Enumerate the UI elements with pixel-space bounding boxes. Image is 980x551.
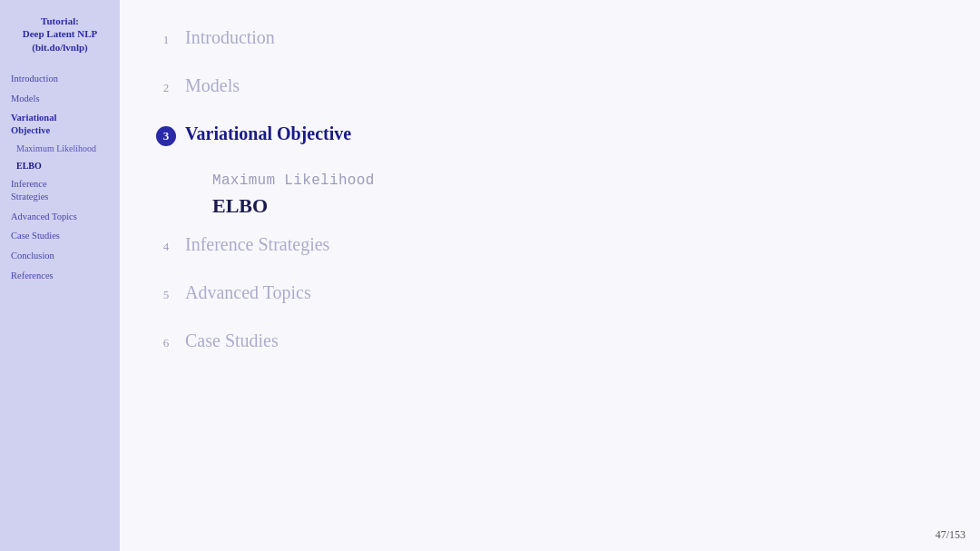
toc-number-4: 4 (156, 237, 176, 257)
sidebar-item-adv-topics[interactable]: Advanced Topics (7, 208, 113, 226)
sidebar-title: Tutorial: Deep Latent NLP (bit.do/lvnlp) (23, 15, 98, 54)
toc-entry-intro: 1 Introduction (156, 27, 944, 50)
toc-label-case-studies: Case Studies (185, 330, 279, 351)
main-content: 1 Introduction 2 Models 3 Variational Ob… (120, 0, 980, 551)
toc-sublabel-max-lik: Maximum Likelihood (212, 172, 375, 189)
toc-subsection-elbo: ELBO (212, 194, 944, 218)
sidebar-nav: Introduction Models VariationalObjective… (7, 70, 113, 284)
toc-label-var-obj: Variational Objective (185, 123, 351, 144)
sidebar-item-var-obj[interactable]: VariationalObjective (7, 109, 113, 139)
sidebar-subitem-elbo[interactable]: ELBO (7, 158, 113, 173)
toc-entry-var-obj: 3 Variational Objective (156, 123, 944, 146)
page-number: 47/153 (936, 528, 965, 542)
toc-number-5: 5 (156, 285, 176, 305)
toc-label-inf-strat: Inference Strategies (185, 234, 329, 255)
toc-entry-case-studies: 6 Case Studies (156, 330, 944, 353)
toc-number-1: 1 (156, 30, 176, 50)
toc-label-models: Models (185, 75, 240, 96)
toc-sublabel-elbo: ELBO (212, 194, 268, 217)
toc-label-adv-topics: Advanced Topics (185, 282, 311, 303)
toc-number-2: 2 (156, 78, 176, 98)
toc-entry-inf-strat: 4 Inference Strategies (156, 234, 944, 257)
sidebar-item-conclusion[interactable]: Conclusion (7, 247, 113, 265)
sidebar-item-intro[interactable]: Introduction (7, 70, 113, 88)
sidebar: Tutorial: Deep Latent NLP (bit.do/lvnlp)… (0, 0, 120, 551)
sidebar-item-case-studies[interactable]: Case Studies (7, 227, 113, 245)
toc-label-intro: Introduction (185, 27, 275, 48)
toc-number-6: 6 (156, 333, 176, 353)
sidebar-item-inf-strat[interactable]: InferenceStrategies (7, 175, 113, 205)
sidebar-subitem-max-lik[interactable]: Maximum Likelihood (7, 141, 113, 156)
toc-entry-models: 2 Models (156, 75, 944, 98)
toc-entry-adv-topics: 5 Advanced Topics (156, 282, 944, 305)
sidebar-item-references[interactable]: References (7, 267, 113, 285)
toc-number-3: 3 (156, 126, 176, 146)
toc-subsection-max-lik: Maximum Likelihood (212, 172, 944, 189)
sidebar-item-models[interactable]: Models (7, 90, 113, 108)
